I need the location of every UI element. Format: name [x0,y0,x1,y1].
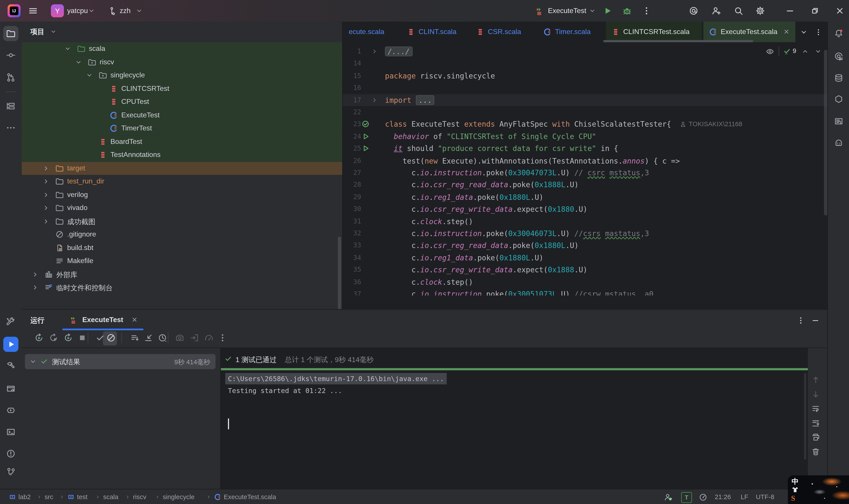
tree-row[interactable]: CPUTest [22,95,342,109]
stop-button[interactable] [77,333,87,343]
show-passed-filter-button[interactable] [95,333,105,343]
tree-row[interactable]: 临时文件和控制台 [22,281,342,294]
settings-button[interactable] [755,6,765,16]
tab-options-button[interactable] [814,28,823,36]
reader-mode-icon[interactable] [766,47,774,56]
breadcrumb-item[interactable]: lab2 [18,493,31,501]
problems-tool-button[interactable] [6,449,16,458]
console-scrollbar[interactable] [804,373,806,460]
tree-scrollbar[interactable] [338,236,341,309]
tree-collapse-chevron-icon[interactable] [75,58,82,66]
editor-scrollbar[interactable] [824,50,827,215]
line-separator-widget[interactable]: LF [741,493,748,501]
snapshot-button[interactable] [175,333,185,343]
hidden-tabs-button[interactable] [800,28,808,36]
soft-wrap-button[interactable] [811,404,820,413]
more-tools-button[interactable] [6,123,16,133]
window-minimize-button[interactable] [785,6,795,16]
tree-row[interactable]: build.sbt [22,241,342,254]
profiler-button[interactable] [204,333,214,343]
terminal-tool-button[interactable] [6,427,16,437]
build-tool-button[interactable] [6,361,16,370]
run-test-gutter-icon[interactable] [361,132,370,141]
tree-expand-chevron-icon[interactable] [31,284,39,291]
tree-row[interactable]: 成功截图 [22,215,342,228]
tree-expand-chevron-icon[interactable] [42,217,50,225]
code-editor[interactable]: 1/.../1415package riscv.singlecycle1617i… [342,42,828,295]
print-button[interactable] [811,433,820,442]
fold-toggle-icon[interactable] [371,96,379,104]
project-name[interactable]: yatcpu [67,6,88,15]
window-close-button[interactable] [835,6,845,16]
branch-name[interactable]: zzh [120,6,131,15]
run-test-gutter-icon[interactable] [361,144,370,153]
prev-problem-button[interactable] [801,48,809,55]
results-collapse-chevron-icon[interactable] [29,358,37,365]
run-panel-options-button[interactable] [796,316,805,325]
project-avatar[interactable]: Y [51,4,64,17]
editor-tab-timer-scala[interactable]: Timer.scala [538,22,602,42]
export-button[interactable] [189,333,199,343]
tree-row[interactable]: target [22,162,342,175]
tree-row[interactable]: vivado [22,201,342,215]
run-tab-close-button[interactable] [130,316,139,324]
clear-console-button[interactable] [811,447,820,456]
ai-assistant-button[interactable] [689,6,699,16]
project-panel-title-chevron-icon[interactable] [50,28,57,35]
encoding-widget[interactable]: UTF-8 [756,493,774,501]
ime-language-indicator[interactable]: 中 [792,477,799,487]
tree-row[interactable]: CLINTCSRTest [22,82,342,95]
breadcrumb-item[interactable]: src [45,493,53,501]
tree-collapse-chevron-icon[interactable] [64,45,71,52]
tree-expand-chevron-icon[interactable] [31,270,39,278]
dependencies-tool-button[interactable] [834,94,844,104]
tab-close-button[interactable] [782,28,791,36]
pull-requests-tool-button[interactable] [6,72,16,82]
breadcrumb-item[interactable]: riscv [133,493,146,501]
rerun-button[interactable] [34,333,44,343]
run-config-chevron-icon[interactable] [589,7,596,15]
tab-bar-scrollbar[interactable] [603,40,753,42]
show-ignored-filter-button[interactable] [106,333,116,343]
next-occurrence-button[interactable] [811,390,820,399]
editor-tab-ecute-scala[interactable]: ecute.scala [343,22,398,42]
main-menu[interactable] [28,6,38,16]
notifications-button[interactable] [834,29,844,38]
toolbar-more-button[interactable] [218,333,227,343]
tree-expand-chevron-icon[interactable] [42,191,50,198]
tree-row[interactable]: TestAnnotations [22,148,342,162]
sbt-shell-tool-button[interactable] [6,384,16,394]
vcs-user-widget[interactable] [664,493,673,502]
tree-expand-chevron-icon[interactable] [42,178,50,185]
tree-row[interactable]: 外部库 [22,268,342,281]
test-results-row[interactable]: 测试结果9秒 414毫秒 [25,354,216,370]
tree-expand-chevron-icon[interactable] [42,204,50,212]
services-tool-button[interactable] [6,406,16,415]
import-test-results-button[interactable] [144,333,153,343]
ime-skin-icon[interactable] [791,486,799,494]
tree-row[interactable]: .gitignore [22,228,342,241]
next-problem-button[interactable] [814,48,822,55]
editor-tab-clintcsrtest-scala[interactable]: CLINTCSRTest.scala [606,22,702,42]
scroll-to-end-button[interactable] [811,418,820,428]
run-tool-button[interactable] [6,340,16,349]
fold-toggle-icon[interactable] [371,48,379,55]
search-everywhere-button[interactable] [734,6,743,16]
tree-row[interactable]: verilog [22,188,342,201]
breadcrumb-item[interactable]: scala [103,493,119,501]
debug-button[interactable] [622,6,632,16]
editor-tab-clint-scala[interactable]: CLINT.scala [401,22,467,42]
sort-by-duration-button[interactable] [158,333,167,343]
vcs-tool-button[interactable] [6,467,16,477]
tree-row[interactable]: TimerTest [22,122,342,135]
more-actions-button[interactable] [642,6,651,16]
branch-icon[interactable] [107,6,116,16]
run-panel-hide-button[interactable] [811,316,820,325]
ai-assistant-tool-button[interactable] [834,52,844,61]
tree-row[interactable]: test_run_dir [22,175,342,188]
project-chevron-down-icon[interactable] [88,7,95,15]
tree-row[interactable]: riscv [22,55,342,69]
sort-by-list-button[interactable] [130,333,140,343]
inspections-ok-icon[interactable] [783,47,791,55]
structure-tool-button[interactable] [6,101,16,111]
